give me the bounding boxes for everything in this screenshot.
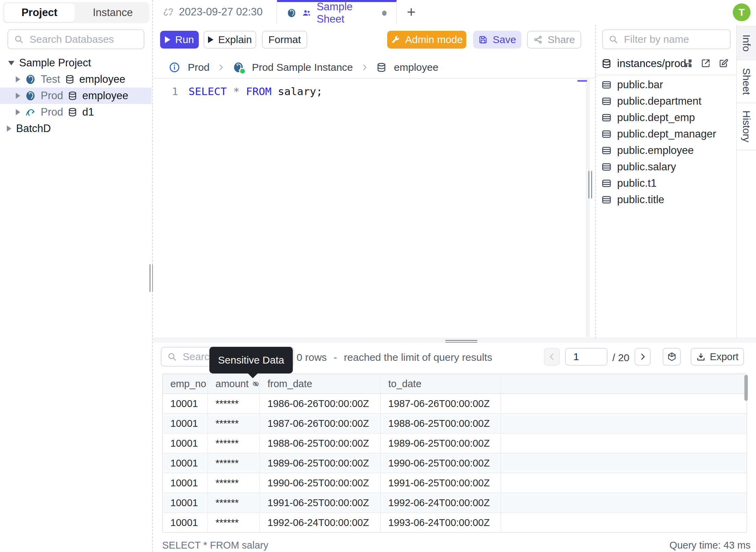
- column-header[interactable]: emp_no: [163, 374, 208, 393]
- sql-editor-app: Project Instance Sample Project Test emp…: [0, 0, 756, 552]
- cell[interactable]: 10001: [163, 513, 208, 532]
- column-header-filler: [501, 374, 746, 393]
- info-circle-icon[interactable]: [169, 62, 180, 73]
- sensitive-data-tooltip: Sensitive Data: [209, 347, 293, 373]
- format-button[interactable]: Format: [262, 31, 307, 49]
- sidebar-tab-switcher: Project Instance: [3, 2, 149, 23]
- caret-right-icon[interactable]: [16, 93, 20, 99]
- cell[interactable]: 1989-06-25T00:00:00Z: [381, 434, 501, 453]
- next-page-button[interactable]: [635, 348, 651, 366]
- save-button[interactable]: Save: [473, 31, 521, 49]
- tab-instance[interactable]: Instance: [78, 3, 148, 22]
- table-item[interactable]: public.bar: [596, 77, 737, 93]
- right-pane-resize-handle[interactable]: [588, 171, 592, 198]
- table-row[interactable]: 10001 ****** 1987-06-26T00:00:00Z 1988-0…: [163, 414, 746, 434]
- page-number-input[interactable]: [565, 348, 608, 366]
- cell[interactable]: 10001: [163, 434, 208, 453]
- table-icon: [601, 80, 612, 90]
- mysql-icon: [25, 107, 36, 118]
- tree-database-row[interactable]: Test employee: [0, 71, 152, 88]
- side-tab-info[interactable]: Info: [737, 26, 756, 60]
- table-item[interactable]: public.dept_emp: [596, 109, 737, 126]
- cell[interactable]: 1988-06-25T00:00:00Z: [260, 434, 381, 453]
- cell[interactable]: 10001: [163, 473, 208, 492]
- cell[interactable]: 10001: [163, 493, 208, 512]
- export-button[interactable]: Export: [691, 348, 744, 366]
- cell[interactable]: 10001: [163, 394, 208, 413]
- breadcrumb-instance[interactable]: Prod Sample Instance: [252, 62, 353, 73]
- table-row[interactable]: 10001 ****** 1990-06-25T00:00:00Z 1991-0…: [163, 473, 746, 493]
- cell-masked[interactable]: ******: [208, 454, 260, 473]
- sheet-tab-sample-sheet[interactable]: Sample Sheet: [277, 0, 397, 24]
- sql-editor[interactable]: 1 SELECT * FROM salary;: [153, 79, 595, 338]
- table-item[interactable]: public.department: [596, 93, 737, 109]
- cell-masked[interactable]: ******: [208, 493, 260, 512]
- cell[interactable]: 1989-06-25T00:00:00Z: [260, 454, 381, 473]
- avatar[interactable]: T: [733, 3, 751, 21]
- new-tab-button[interactable]: +: [397, 0, 425, 24]
- breadcrumb-environment[interactable]: Prod: [188, 62, 209, 73]
- cell[interactable]: 1986-06-26T00:00:00Z: [260, 394, 381, 413]
- search-databases-input[interactable]: [29, 33, 138, 45]
- cell-masked[interactable]: ******: [208, 394, 260, 413]
- tree-project-row-batchd[interactable]: BatchD: [0, 120, 152, 137]
- users-icon: [302, 8, 311, 18]
- tree-database-row[interactable]: Prod d1: [0, 104, 152, 120]
- side-tab-sheet[interactable]: Sheet: [737, 60, 756, 103]
- cell[interactable]: 1993-06-24T00:00:00Z: [381, 513, 501, 532]
- cell[interactable]: 1990-06-25T00:00:00Z: [381, 454, 501, 473]
- cell-masked[interactable]: ******: [208, 414, 260, 433]
- table-row[interactable]: 10001 ****** 1992-06-24T00:00:00Z 1993-0…: [163, 513, 746, 532]
- table-row[interactable]: 10001 ****** 1989-06-25T00:00:00Z 1990-0…: [163, 454, 746, 473]
- cell-masked[interactable]: ******: [208, 434, 260, 453]
- cell[interactable]: 1992-06-24T00:00:00Z: [381, 493, 501, 512]
- results-table: emp_no amount from_date to_date 10001 **…: [162, 373, 747, 533]
- share-button[interactable]: Share: [527, 31, 581, 49]
- column-header[interactable]: from_date: [260, 374, 381, 393]
- cell-filler: [501, 454, 746, 473]
- cell[interactable]: 1988-06-25T00:00:00Z: [381, 414, 501, 433]
- run-button[interactable]: Run: [160, 31, 199, 49]
- table-row[interactable]: 10001 ****** 1986-06-26T00:00:00Z 1987-0…: [163, 394, 746, 414]
- table-item[interactable]: public.employee: [596, 142, 737, 159]
- eye-off-icon[interactable]: [252, 379, 259, 389]
- cell[interactable]: 1987-06-26T00:00:00Z: [381, 394, 501, 413]
- table-row[interactable]: 10001 ****** 1988-06-25T00:00:00Z 1989-0…: [163, 434, 746, 454]
- tree-project-row[interactable]: Sample Project: [0, 55, 152, 71]
- table-row[interactable]: 10001 ****** 1991-06-25T00:00:00Z 1992-0…: [163, 493, 746, 513]
- external-link-icon[interactable]: [701, 58, 711, 68]
- cell[interactable]: 1991-06-25T00:00:00Z: [381, 473, 501, 492]
- caret-right-icon[interactable]: [16, 109, 20, 115]
- table-item[interactable]: public.title: [596, 192, 737, 208]
- cell[interactable]: 1992-06-24T00:00:00Z: [260, 513, 381, 532]
- caret-right-icon[interactable]: [16, 76, 20, 82]
- cell[interactable]: 1987-06-26T00:00:00Z: [260, 414, 381, 433]
- table-scrollbar-thumb[interactable]: [744, 375, 748, 401]
- admin-mode-button[interactable]: Admin mode: [387, 31, 466, 49]
- caret-down-icon[interactable]: [8, 61, 14, 65]
- side-tab-history[interactable]: History: [737, 103, 756, 150]
- connection-name: instances/prod: [617, 57, 686, 70]
- cell-masked[interactable]: ******: [208, 513, 260, 532]
- edit-icon[interactable]: [718, 58, 729, 68]
- breadcrumb-database[interactable]: employee: [394, 62, 439, 73]
- cell[interactable]: 10001: [163, 414, 208, 433]
- cube-button[interactable]: [663, 348, 681, 366]
- sitemap-icon[interactable]: [683, 58, 693, 68]
- filter-by-name-input[interactable]: [623, 33, 725, 45]
- column-header[interactable]: to_date: [381, 374, 501, 393]
- tab-project[interactable]: Project: [4, 3, 75, 22]
- database-search: [8, 29, 144, 49]
- caret-right-icon[interactable]: [7, 126, 11, 132]
- table-item[interactable]: public.t1: [596, 175, 737, 192]
- explain-button[interactable]: Explain: [204, 31, 256, 49]
- cell-masked[interactable]: ******: [208, 473, 260, 492]
- table-item[interactable]: public.salary: [596, 159, 737, 175]
- prev-page-button[interactable]: [544, 348, 560, 366]
- table-item[interactable]: public.dept_manager: [596, 126, 737, 142]
- cell[interactable]: 10001: [163, 454, 208, 473]
- cell[interactable]: 1991-06-25T00:00:00Z: [260, 493, 381, 512]
- tree-database-row-selected[interactable]: Prod employee: [0, 88, 152, 104]
- sheet-tab-adhoc[interactable]: 2023-09-27 02:30: [154, 0, 277, 24]
- cell[interactable]: 1990-06-25T00:00:00Z: [260, 473, 381, 492]
